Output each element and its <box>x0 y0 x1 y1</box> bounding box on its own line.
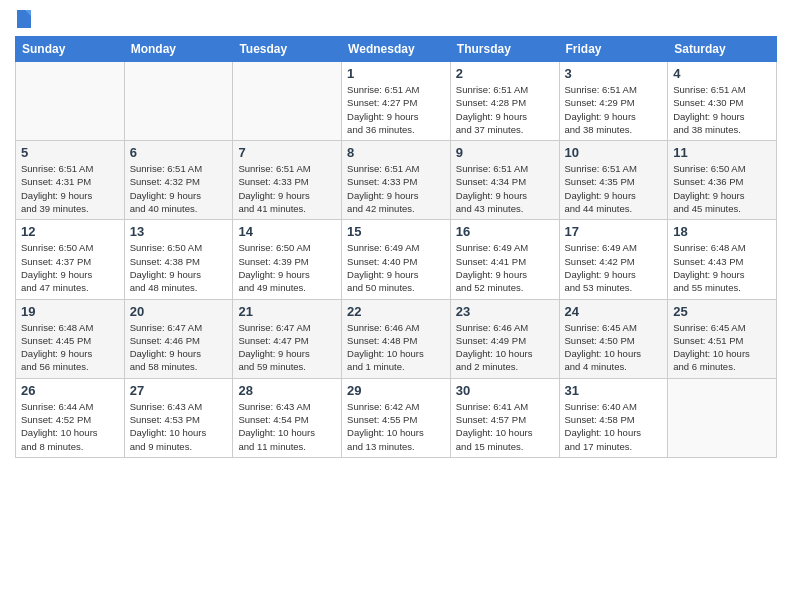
day-info: Sunrise: 6:49 AM Sunset: 4:42 PM Dayligh… <box>565 241 663 294</box>
day-info: Sunrise: 6:47 AM Sunset: 4:47 PM Dayligh… <box>238 321 336 374</box>
day-number: 11 <box>673 145 771 160</box>
day-number: 10 <box>565 145 663 160</box>
day-info: Sunrise: 6:51 AM Sunset: 4:27 PM Dayligh… <box>347 83 445 136</box>
day-info: Sunrise: 6:43 AM Sunset: 4:53 PM Dayligh… <box>130 400 228 453</box>
day-info: Sunrise: 6:42 AM Sunset: 4:55 PM Dayligh… <box>347 400 445 453</box>
col-sunday: Sunday <box>16 37 125 62</box>
day-number: 29 <box>347 383 445 398</box>
day-number: 16 <box>456 224 554 239</box>
day-info: Sunrise: 6:51 AM Sunset: 4:32 PM Dayligh… <box>130 162 228 215</box>
day-info: Sunrise: 6:47 AM Sunset: 4:46 PM Dayligh… <box>130 321 228 374</box>
day-info: Sunrise: 6:49 AM Sunset: 4:40 PM Dayligh… <box>347 241 445 294</box>
day-number: 15 <box>347 224 445 239</box>
day-number: 19 <box>21 304 119 319</box>
day-number: 14 <box>238 224 336 239</box>
calendar-cell: 10Sunrise: 6:51 AM Sunset: 4:35 PM Dayli… <box>559 141 668 220</box>
calendar-cell: 21Sunrise: 6:47 AM Sunset: 4:47 PM Dayli… <box>233 299 342 378</box>
calendar-cell: 1Sunrise: 6:51 AM Sunset: 4:27 PM Daylig… <box>342 62 451 141</box>
calendar-cell: 7Sunrise: 6:51 AM Sunset: 4:33 PM Daylig… <box>233 141 342 220</box>
week-row-1: 1Sunrise: 6:51 AM Sunset: 4:27 PM Daylig… <box>16 62 777 141</box>
calendar-cell <box>16 62 125 141</box>
day-number: 31 <box>565 383 663 398</box>
day-info: Sunrise: 6:44 AM Sunset: 4:52 PM Dayligh… <box>21 400 119 453</box>
calendar-cell: 24Sunrise: 6:45 AM Sunset: 4:50 PM Dayli… <box>559 299 668 378</box>
day-info: Sunrise: 6:51 AM Sunset: 4:28 PM Dayligh… <box>456 83 554 136</box>
day-info: Sunrise: 6:51 AM Sunset: 4:31 PM Dayligh… <box>21 162 119 215</box>
calendar-cell <box>668 378 777 457</box>
day-info: Sunrise: 6:50 AM Sunset: 4:36 PM Dayligh… <box>673 162 771 215</box>
day-info: Sunrise: 6:43 AM Sunset: 4:54 PM Dayligh… <box>238 400 336 453</box>
week-row-2: 5Sunrise: 6:51 AM Sunset: 4:31 PM Daylig… <box>16 141 777 220</box>
calendar-cell: 4Sunrise: 6:51 AM Sunset: 4:30 PM Daylig… <box>668 62 777 141</box>
day-number: 20 <box>130 304 228 319</box>
calendar-cell: 22Sunrise: 6:46 AM Sunset: 4:48 PM Dayli… <box>342 299 451 378</box>
day-info: Sunrise: 6:46 AM Sunset: 4:49 PM Dayligh… <box>456 321 554 374</box>
day-info: Sunrise: 6:51 AM Sunset: 4:35 PM Dayligh… <box>565 162 663 215</box>
calendar-cell: 31Sunrise: 6:40 AM Sunset: 4:58 PM Dayli… <box>559 378 668 457</box>
day-info: Sunrise: 6:40 AM Sunset: 4:58 PM Dayligh… <box>565 400 663 453</box>
calendar-cell: 19Sunrise: 6:48 AM Sunset: 4:45 PM Dayli… <box>16 299 125 378</box>
day-info: Sunrise: 6:48 AM Sunset: 4:43 PM Dayligh… <box>673 241 771 294</box>
calendar-cell: 12Sunrise: 6:50 AM Sunset: 4:37 PM Dayli… <box>16 220 125 299</box>
day-number: 7 <box>238 145 336 160</box>
day-info: Sunrise: 6:50 AM Sunset: 4:37 PM Dayligh… <box>21 241 119 294</box>
day-info: Sunrise: 6:51 AM Sunset: 4:33 PM Dayligh… <box>238 162 336 215</box>
calendar-cell: 25Sunrise: 6:45 AM Sunset: 4:51 PM Dayli… <box>668 299 777 378</box>
week-row-3: 12Sunrise: 6:50 AM Sunset: 4:37 PM Dayli… <box>16 220 777 299</box>
day-number: 4 <box>673 66 771 81</box>
calendar-cell: 18Sunrise: 6:48 AM Sunset: 4:43 PM Dayli… <box>668 220 777 299</box>
day-number: 9 <box>456 145 554 160</box>
col-friday: Friday <box>559 37 668 62</box>
calendar-cell: 26Sunrise: 6:44 AM Sunset: 4:52 PM Dayli… <box>16 378 125 457</box>
day-number: 26 <box>21 383 119 398</box>
calendar-cell: 13Sunrise: 6:50 AM Sunset: 4:38 PM Dayli… <box>124 220 233 299</box>
day-number: 28 <box>238 383 336 398</box>
day-info: Sunrise: 6:41 AM Sunset: 4:57 PM Dayligh… <box>456 400 554 453</box>
calendar-cell: 11Sunrise: 6:50 AM Sunset: 4:36 PM Dayli… <box>668 141 777 220</box>
day-info: Sunrise: 6:46 AM Sunset: 4:48 PM Dayligh… <box>347 321 445 374</box>
day-number: 25 <box>673 304 771 319</box>
col-wednesday: Wednesday <box>342 37 451 62</box>
week-row-5: 26Sunrise: 6:44 AM Sunset: 4:52 PM Dayli… <box>16 378 777 457</box>
calendar-cell: 20Sunrise: 6:47 AM Sunset: 4:46 PM Dayli… <box>124 299 233 378</box>
day-info: Sunrise: 6:51 AM Sunset: 4:34 PM Dayligh… <box>456 162 554 215</box>
calendar-cell: 29Sunrise: 6:42 AM Sunset: 4:55 PM Dayli… <box>342 378 451 457</box>
calendar-cell: 6Sunrise: 6:51 AM Sunset: 4:32 PM Daylig… <box>124 141 233 220</box>
day-info: Sunrise: 6:45 AM Sunset: 4:51 PM Dayligh… <box>673 321 771 374</box>
logo <box>15 10 31 28</box>
header-row: Sunday Monday Tuesday Wednesday Thursday… <box>16 37 777 62</box>
col-thursday: Thursday <box>450 37 559 62</box>
day-number: 21 <box>238 304 336 319</box>
day-number: 27 <box>130 383 228 398</box>
calendar-cell: 8Sunrise: 6:51 AM Sunset: 4:33 PM Daylig… <box>342 141 451 220</box>
day-number: 17 <box>565 224 663 239</box>
calendar-cell: 23Sunrise: 6:46 AM Sunset: 4:49 PM Dayli… <box>450 299 559 378</box>
calendar-table: Sunday Monday Tuesday Wednesday Thursday… <box>15 36 777 458</box>
week-row-4: 19Sunrise: 6:48 AM Sunset: 4:45 PM Dayli… <box>16 299 777 378</box>
calendar-cell: 2Sunrise: 6:51 AM Sunset: 4:28 PM Daylig… <box>450 62 559 141</box>
day-number: 3 <box>565 66 663 81</box>
header <box>15 10 777 28</box>
calendar-cell: 9Sunrise: 6:51 AM Sunset: 4:34 PM Daylig… <box>450 141 559 220</box>
day-info: Sunrise: 6:50 AM Sunset: 4:38 PM Dayligh… <box>130 241 228 294</box>
calendar-cell: 27Sunrise: 6:43 AM Sunset: 4:53 PM Dayli… <box>124 378 233 457</box>
calendar-cell: 17Sunrise: 6:49 AM Sunset: 4:42 PM Dayli… <box>559 220 668 299</box>
day-info: Sunrise: 6:48 AM Sunset: 4:45 PM Dayligh… <box>21 321 119 374</box>
day-number: 13 <box>130 224 228 239</box>
day-info: Sunrise: 6:51 AM Sunset: 4:33 PM Dayligh… <box>347 162 445 215</box>
col-saturday: Saturday <box>668 37 777 62</box>
col-tuesday: Tuesday <box>233 37 342 62</box>
col-monday: Monday <box>124 37 233 62</box>
calendar-cell <box>124 62 233 141</box>
day-number: 22 <box>347 304 445 319</box>
day-number: 8 <box>347 145 445 160</box>
calendar-cell: 16Sunrise: 6:49 AM Sunset: 4:41 PM Dayli… <box>450 220 559 299</box>
day-number: 5 <box>21 145 119 160</box>
day-info: Sunrise: 6:51 AM Sunset: 4:29 PM Dayligh… <box>565 83 663 136</box>
calendar-cell: 30Sunrise: 6:41 AM Sunset: 4:57 PM Dayli… <box>450 378 559 457</box>
day-number: 1 <box>347 66 445 81</box>
calendar-cell: 5Sunrise: 6:51 AM Sunset: 4:31 PM Daylig… <box>16 141 125 220</box>
day-number: 18 <box>673 224 771 239</box>
day-number: 6 <box>130 145 228 160</box>
calendar-cell: 3Sunrise: 6:51 AM Sunset: 4:29 PM Daylig… <box>559 62 668 141</box>
